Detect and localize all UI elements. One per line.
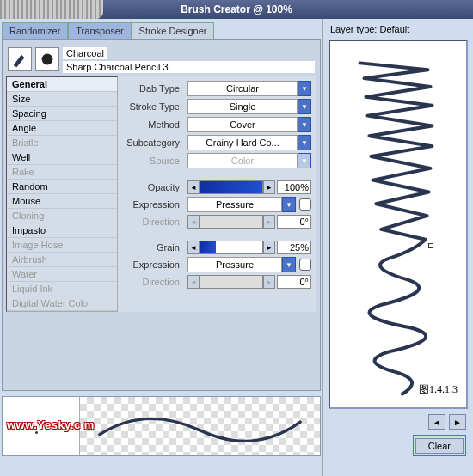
dab-type-value[interactable]: Circular bbox=[187, 81, 298, 96]
expression1-value[interactable]: Pressure bbox=[187, 197, 282, 212]
tab-randomizer[interactable]: Randomizer bbox=[2, 22, 68, 39]
category-item-airbrush: Airbrush bbox=[7, 253, 117, 267]
expression2-label: Expression: bbox=[123, 259, 187, 270]
category-item-impasto[interactable]: Impasto bbox=[7, 223, 117, 238]
direction1-dec: ◄ bbox=[187, 215, 200, 229]
canvas-preview[interactable]: 图1.4.1.3 bbox=[329, 40, 468, 409]
grain-dec[interactable]: ◄ bbox=[187, 241, 200, 254]
properties-panel: Dab Type: Circular ▼ Stroke Type: Single… bbox=[118, 76, 316, 312]
grain-inc[interactable]: ► bbox=[263, 241, 275, 254]
expression2-value[interactable]: Pressure bbox=[187, 257, 282, 272]
direction2-value: 0° bbox=[277, 275, 311, 289]
category-item-mouse[interactable]: Mouse bbox=[7, 194, 117, 209]
category-item-image-hose: Image Hose bbox=[7, 238, 117, 253]
direction1-label: Direction: bbox=[123, 217, 187, 227]
prev-button[interactable]: ◄ bbox=[428, 414, 445, 430]
category-item-well[interactable]: Well bbox=[7, 150, 117, 165]
subcategory-value[interactable]: Grainy Hard Co... bbox=[187, 135, 298, 150]
clear-button[interactable]: Clear bbox=[415, 438, 464, 454]
cursor-marker bbox=[428, 243, 433, 248]
next-button[interactable]: ► bbox=[449, 414, 466, 430]
opacity-inc[interactable]: ► bbox=[263, 180, 275, 194]
ruler-decoration bbox=[0, 0, 103, 19]
brush-category-label: Charcoal bbox=[63, 47, 108, 59]
tab-bar: Randomizer Transposer Stroke Designer bbox=[2, 22, 321, 39]
source-label: Source: bbox=[123, 156, 187, 166]
stroke-type-label: Stroke Type: bbox=[123, 101, 187, 112]
method-dropdown[interactable]: ▼ bbox=[298, 117, 311, 132]
method-value[interactable]: Cover bbox=[187, 117, 298, 132]
category-item-spacing[interactable]: Spacing bbox=[7, 107, 117, 121]
opacity-dec[interactable]: ◄ bbox=[187, 180, 200, 194]
category-item-bristle: Bristle bbox=[7, 136, 117, 150]
brush-variant-label: Sharp Charcoal Pencil 3 bbox=[63, 61, 315, 73]
expression2-dropdown[interactable]: ▼ bbox=[282, 257, 296, 272]
category-item-size[interactable]: Size bbox=[7, 92, 117, 107]
category-item-rake: Rake bbox=[7, 165, 117, 180]
direction1-slider bbox=[200, 215, 263, 229]
window-title: Brush Creator @ 100% bbox=[181, 3, 292, 15]
direction1-inc: ► bbox=[263, 215, 275, 229]
dab-type-dropdown[interactable]: ▼ bbox=[298, 81, 311, 96]
opacity-value[interactable]: 100% bbox=[277, 180, 311, 194]
subcategory-dropdown[interactable]: ▼ bbox=[298, 135, 311, 150]
direction2-inc: ► bbox=[263, 275, 275, 289]
opacity-label: Opacity: bbox=[123, 182, 187, 192]
direction2-dec: ◄ bbox=[187, 275, 200, 289]
layer-type-label: Layer type: Default bbox=[330, 24, 466, 34]
subcategory-label: Subcategory: bbox=[123, 137, 187, 148]
stroke-type-dropdown[interactable]: ▼ bbox=[298, 99, 311, 114]
tab-transposer[interactable]: Transposer bbox=[68, 22, 131, 39]
grain-value[interactable]: 25% bbox=[277, 241, 311, 254]
expression1-invert[interactable] bbox=[299, 198, 311, 211]
category-item-water: Water bbox=[7, 267, 117, 282]
stroke-type-value[interactable]: Single bbox=[187, 99, 298, 114]
stroke-preview bbox=[80, 397, 320, 455]
svg-point-0 bbox=[42, 53, 53, 64]
tab-stroke-designer[interactable]: Stroke Designer bbox=[132, 22, 215, 39]
source-dropdown: ▼ bbox=[298, 153, 311, 168]
direction2-slider bbox=[200, 275, 263, 289]
source-value: Color bbox=[187, 153, 298, 168]
brush-category-thumb[interactable] bbox=[8, 47, 32, 71]
brush-variant-thumb[interactable] bbox=[35, 47, 59, 71]
expression2-invert[interactable] bbox=[299, 259, 311, 271]
expression1-dropdown[interactable]: ▼ bbox=[282, 197, 296, 212]
figure-label: 图1.4.1.3 bbox=[419, 382, 458, 397]
category-item-cloning: Cloning bbox=[7, 209, 117, 223]
direction1-value: 0° bbox=[277, 215, 311, 229]
watermark: www.Yesky.c m bbox=[7, 418, 95, 431]
dab-type-label: Dab Type: bbox=[123, 83, 187, 94]
category-item-angle[interactable]: Angle bbox=[7, 121, 117, 136]
category-item-general[interactable]: General bbox=[7, 77, 117, 92]
category-item-random[interactable]: Random bbox=[7, 180, 117, 194]
category-list: GeneralSizeSpacingAngleBristleWellRakeRa… bbox=[6, 76, 118, 312]
titlebar: Brush Creator @ 100% bbox=[0, 0, 473, 19]
opacity-slider[interactable] bbox=[200, 180, 263, 194]
direction2-label: Direction: bbox=[123, 277, 187, 287]
expression1-label: Expression: bbox=[123, 199, 187, 210]
brush-header: Charcoal Sharp Charcoal Pencil 3 bbox=[6, 43, 316, 75]
grain-label: Grain: bbox=[123, 242, 187, 253]
category-item-liquid-ink: Liquid Ink bbox=[7, 282, 117, 296]
category-item-digital-water-color: Digital Water Color bbox=[7, 296, 117, 311]
grain-slider[interactable] bbox=[200, 241, 263, 254]
method-label: Method: bbox=[123, 119, 187, 130]
